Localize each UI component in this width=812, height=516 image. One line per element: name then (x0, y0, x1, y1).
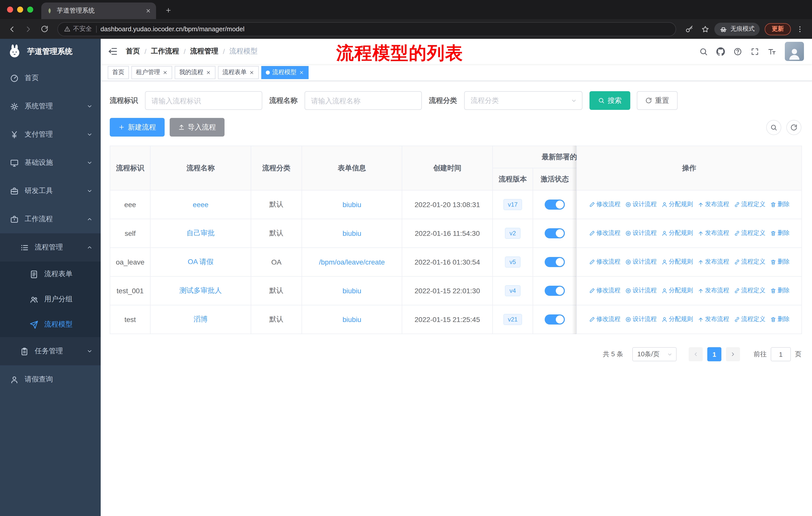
tag-流程表单[interactable]: 流程表单 (218, 66, 259, 79)
action-design[interactable]: 设计流程 (625, 258, 657, 266)
active-toggle[interactable] (545, 257, 565, 267)
sidebar-item-流程管理[interactable]: 流程管理 (0, 233, 101, 262)
form-info-link[interactable]: biubiu (343, 229, 361, 237)
fullscreen-icon[interactable] (751, 47, 759, 56)
tag-首页[interactable]: 首页 (108, 66, 129, 79)
action-publish[interactable]: 发布流程 (697, 287, 729, 295)
model-name-link[interactable]: eeee (193, 200, 208, 209)
action-edit[interactable]: 修改流程 (589, 229, 620, 238)
action-delete[interactable]: 删除 (770, 229, 790, 238)
sidebar-item-请假查询[interactable]: 请假查询 (0, 365, 101, 393)
action-assign[interactable]: 分配规则 (661, 287, 693, 295)
action-edit[interactable]: 修改流程 (589, 287, 620, 295)
action-publish[interactable]: 发布流程 (697, 229, 729, 238)
action-delete[interactable]: 删除 (770, 315, 790, 324)
active-toggle[interactable] (545, 228, 565, 238)
reset-button[interactable]: 重置 (637, 91, 677, 110)
action-publish[interactable]: 发布流程 (697, 200, 729, 209)
action-design[interactable]: 设计流程 (625, 287, 657, 295)
action-design[interactable]: 设计流程 (625, 315, 657, 324)
sidebar-item-流程表单[interactable]: 流程表单 (0, 262, 101, 287)
sidebar-item-用户分组[interactable]: 用户分组 (0, 287, 101, 312)
search-icon[interactable] (699, 47, 708, 56)
action-publish[interactable]: 发布流程 (697, 315, 729, 324)
sidebar-item-基础设施[interactable]: 基础设施 (0, 148, 101, 177)
active-toggle[interactable] (545, 315, 565, 325)
create-model-button[interactable]: 新建流程 (110, 118, 165, 137)
zoom-window-button[interactable] (27, 6, 33, 12)
action-assign[interactable]: 分配规则 (661, 258, 693, 266)
active-toggle[interactable] (545, 199, 565, 210)
sidebar-fold-icon[interactable] (108, 46, 118, 56)
action-edit[interactable]: 修改流程 (589, 315, 620, 324)
action-definition[interactable]: 流程定义 (734, 287, 765, 295)
close-window-button[interactable] (7, 6, 13, 12)
action-design[interactable]: 设计流程 (625, 229, 657, 238)
action-delete[interactable]: 删除 (770, 258, 790, 266)
password-key-icon[interactable] (682, 22, 696, 36)
sidebar-item-首页[interactable]: 首页 (0, 64, 101, 92)
security-status[interactable]: 不安全 (64, 25, 92, 33)
action-design[interactable]: 设计流程 (625, 200, 657, 209)
new-tab-button[interactable] (161, 3, 175, 17)
next-page-button[interactable] (726, 347, 740, 361)
goto-page-input[interactable] (771, 347, 791, 361)
tag-我的流程[interactable]: 我的流程 (175, 66, 215, 79)
action-definition[interactable]: 流程定义 (734, 258, 765, 266)
sidebar-item-流程模型[interactable]: 流程模型 (0, 312, 101, 337)
tag-close-icon[interactable] (163, 70, 168, 75)
import-model-button[interactable]: 导入流程 (170, 118, 225, 137)
breadcrumb-item[interactable]: 流程管理 (190, 47, 219, 56)
model-name-link[interactable]: OA 请假 (188, 257, 214, 266)
sidebar-item-工作流程[interactable]: 工作流程 (0, 205, 101, 233)
sidebar-item-支付管理[interactable]: 支付管理 (0, 120, 101, 148)
action-delete[interactable]: 删除 (770, 287, 790, 295)
form-info-link[interactable]: /bpm/oa/leave/create (319, 258, 385, 266)
browser-menu-icon[interactable] (793, 22, 807, 36)
browser-tab[interactable]: 芋道管理系统 (41, 2, 156, 19)
action-definition[interactable]: 流程定义 (734, 229, 765, 238)
user-avatar[interactable] (785, 42, 804, 61)
form-info-link[interactable]: biubiu (343, 287, 361, 295)
action-assign[interactable]: 分配规则 (661, 200, 693, 209)
prev-page-button[interactable] (689, 347, 703, 361)
action-delete[interactable]: 删除 (770, 200, 790, 209)
sidebar-item-系统管理[interactable]: 系统管理 (0, 92, 101, 120)
font-size-icon[interactable] (768, 47, 776, 56)
address-bar[interactable]: 不安全 dashboard.yudao.iocoder.cn/bpm/manag… (57, 22, 676, 36)
model-name-link[interactable]: 测试多审批人 (179, 286, 222, 294)
app-logo[interactable]: 芋道管理系统 (0, 39, 101, 64)
current-page[interactable]: 1 (707, 347, 721, 361)
help-icon[interactable] (733, 47, 742, 56)
github-icon[interactable] (716, 47, 725, 56)
back-button[interactable] (5, 22, 19, 36)
action-publish[interactable]: 发布流程 (697, 258, 729, 266)
active-toggle[interactable] (545, 286, 565, 296)
filter-name-input[interactable] (304, 91, 422, 110)
filter-id-input[interactable] (145, 91, 262, 110)
bookmark-star-icon[interactable] (698, 22, 712, 36)
forward-button[interactable] (21, 22, 35, 36)
action-assign[interactable]: 分配规则 (661, 315, 693, 324)
action-assign[interactable]: 分配规则 (661, 229, 693, 238)
action-edit[interactable]: 修改流程 (589, 258, 620, 266)
form-info-link[interactable]: biubiu (343, 316, 361, 324)
breadcrumb-item[interactable]: 首页 (126, 47, 140, 56)
tag-close-icon[interactable] (249, 70, 254, 75)
refresh-table-button[interactable] (786, 120, 802, 135)
action-edit[interactable]: 修改流程 (589, 200, 620, 209)
model-name-link[interactable]: 滔博 (194, 315, 208, 323)
hide-search-button[interactable] (766, 120, 781, 135)
action-definition[interactable]: 流程定义 (734, 315, 765, 324)
reload-button[interactable] (37, 22, 51, 36)
filter-category-select[interactable]: 流程分类 (464, 91, 582, 110)
search-button[interactable]: 搜索 (589, 91, 630, 110)
sidebar-item-任务管理[interactable]: 任务管理 (0, 337, 101, 365)
update-chrome-button[interactable]: 更新 (765, 23, 791, 35)
tab-close-icon[interactable] (145, 8, 151, 13)
sidebar-item-研发工具[interactable]: 研发工具 (0, 177, 101, 205)
page-size-select[interactable]: 10条/页 (632, 347, 676, 361)
breadcrumb-item[interactable]: 工作流程 (151, 47, 179, 56)
model-name-link[interactable]: 自己审批 (186, 229, 215, 237)
tag-close-icon[interactable] (299, 70, 304, 75)
